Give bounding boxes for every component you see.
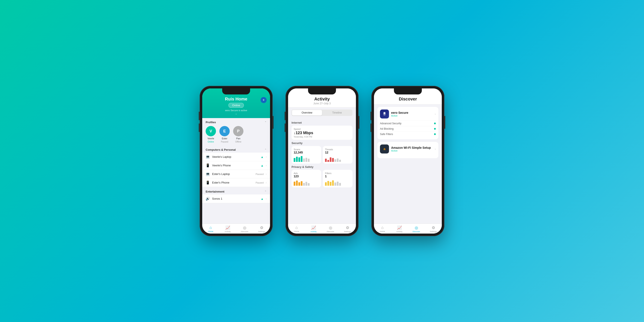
svg-rect-2 [384,115,385,116]
chevron-right-icon: › [435,112,436,116]
profiles-title: Profiles [206,121,216,124]
amazon-wifi-name: Amazon Wi-Fi Simple Setup [391,146,432,150]
eero-secure-icon [380,110,389,118]
amazon-wifi-main[interactable]: a Amazon Wi-Fi Simple Setup Active › [380,144,436,154]
phone-icon: 📱 [206,180,210,184]
profile-pan[interactable]: P Pan Offline [233,126,244,143]
bar [306,182,307,186]
profile-name-ester: Ester [222,137,227,140]
computers-title: Computers & Personal [206,148,236,151]
entertainment-section: Entertainment ⌃ 🔊 Sonos 1 ▲ › [202,188,270,204]
bar [337,182,338,186]
nav-settings[interactable]: ⚙ Settings [253,226,270,233]
discover-title: Discover [378,96,438,102]
speed-subtitle: Yesterday, 4:04 PM [294,136,350,138]
laptop-icon: 💻 [206,155,210,159]
scans-bars [294,156,319,162]
activity-icon: 📈 [397,226,402,230]
bar [308,183,310,186]
device-ester-phone[interactable]: 📱 Ester's Phone Paused › [202,178,270,187]
discover-bottom-nav: ⌂ Home 📈 Activity ◎ Discover ⚙ Settings [374,224,442,234]
nav-home[interactable]: ⌂ Home [202,226,219,233]
bar [337,158,338,162]
avatar-pan: P [233,126,244,136]
computers-collapse-icon[interactable]: ⌃ [264,148,266,151]
bar [330,182,332,186]
threats-value: 12 [325,151,350,154]
eero-secure-card: eero Secure Active › Advanced Security A… [378,107,438,139]
home-icon: ⌂ [210,226,212,230]
nav-activity-label: Activity [310,230,317,233]
profiles-collapse-icon[interactable]: ⌃ [264,121,266,124]
bar [339,183,341,186]
entertainment-title: Entertainment [206,190,224,193]
discover-icon: ◎ [415,226,418,230]
scans-label: Scans [294,148,319,151]
activity-title: Activity [292,96,352,102]
profile-veerle[interactable]: V Veerle Online [206,126,216,143]
secure-text: eero Secure is active [206,109,266,112]
nav-activity-label: Activity [396,230,402,233]
entertainment-collapse-icon[interactable]: ⌃ [264,190,266,193]
bar [339,160,341,162]
activity-tabs: Overview Timeline [292,110,352,116]
device-veerle-phone[interactable]: 📱 Veerle's Phone ▲ › [202,161,270,170]
nav-discover[interactable]: ◎ Discover [236,226,253,233]
profile-name-veerle: Veerle [207,137,214,140]
feature-active-dot [434,133,436,135]
settings-icon: ⚙ [346,226,349,230]
threats-bars [325,156,350,162]
nav-activity[interactable]: 📈 Activity [219,226,236,233]
nav-activity[interactable]: 📈 Activity [305,226,322,233]
device-ester-laptop[interactable]: 💻 Ester's Laptop Paused › [202,170,270,178]
chevron-right-icon: › [266,197,266,200]
nav-settings-label: Settings [344,230,351,233]
nav-discover[interactable]: ◎ Discover [322,226,339,233]
nav-discover-label: Discover [241,230,248,233]
tab-timeline[interactable]: Timeline [322,110,352,116]
nav-settings[interactable]: ⚙ Settings [339,226,356,233]
device-veerle-laptop[interactable]: 💻 Veerle's Laptop ▲ › [202,153,270,161]
filters-card: Filters 1 [323,170,352,188]
speed-card: Speed ↓123 Mbps Yesterday, 4:04 PM [292,126,352,140]
nav-home[interactable]: ⌂ Home [288,226,305,233]
computers-header: Computers & Personal ⌃ [202,146,270,153]
device-name: Ester's Laptop [212,172,254,176]
profiles-header: Profiles ⌃ [202,118,270,125]
nav-activity[interactable]: 📈 Activity [391,226,408,233]
device-sonos[interactable]: 🔊 Sonos 1 ▲ › [202,194,270,203]
tab-overview[interactable]: Overview [292,110,322,116]
device-name: Ester's Phone [212,181,254,184]
device-status: Paused [256,182,264,184]
bar [325,159,327,162]
profile-status-pan: Offline [235,140,242,143]
nav-home[interactable]: ⌂ Home [374,226,391,233]
bar [334,182,336,186]
bar [332,180,334,186]
entertainment-header: Entertainment ⌃ [202,188,270,194]
vol-up-1 [199,112,200,120]
profile-ester[interactable]: E Ester Paused [220,126,230,143]
nav-settings[interactable]: ⚙ Settings [425,226,442,233]
side-button-3 [444,116,445,129]
discover-content: eero Secure Active › Advanced Security A… [374,104,442,224]
settings-icon: ⚙ [432,226,435,230]
profile-status-veerle: Online [208,140,214,143]
activity-subtitle: June 27–July 3 [292,102,352,105]
privacy-cards: Ads 123 Filters [292,170,352,188]
nav-discover[interactable]: ◎ Discover [408,226,425,233]
eero-secure-status: Active [391,114,432,117]
phone-home: + Ruis Home Online eero Secure is active… [200,86,273,236]
bar [334,159,336,162]
chevron-down-icon[interactable]: ⌄ [206,112,266,115]
discover-icon: ◎ [329,226,332,230]
speed-label: Speed [294,128,350,130]
ads-value: 123 [294,174,319,178]
discover-icon: ◎ [243,226,246,230]
amazon-wifi-card: a Amazon Wi-Fi Simple Setup Active › [378,142,438,158]
bar [332,158,334,162]
chevron-right-icon: › [435,147,436,151]
eero-secure-main[interactable]: eero Secure Active › [380,110,436,118]
add-button[interactable]: + [260,97,266,103]
vol-up-3 [370,112,371,120]
